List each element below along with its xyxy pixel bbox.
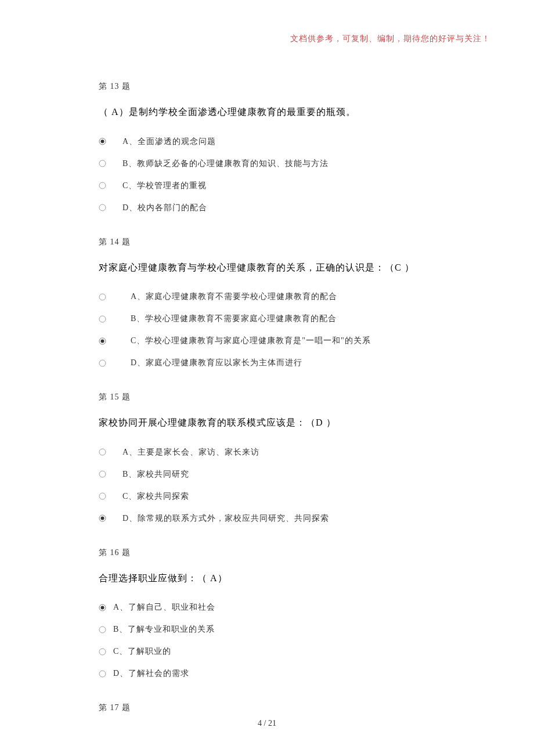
svg-point-10 xyxy=(99,449,106,455)
option-label: D、校内各部门的配合 xyxy=(122,203,207,213)
radio-unselected-icon xyxy=(99,182,106,189)
option-c[interactable]: C、了解职业的 xyxy=(99,645,435,658)
option-label: B、教师缺乏必备的心理健康教育的知识、技能与方法 xyxy=(122,159,329,169)
svg-point-14 xyxy=(101,517,104,520)
option-label: A、主要是家长会、家访、家长来访 xyxy=(122,447,259,458)
option-a[interactable]: A、主要是家长会、家访、家长来访 xyxy=(99,445,435,459)
question-text: 对家庭心理健康教育与学校心理健康教育的关系，正确的认识是：（C ） xyxy=(99,260,435,275)
radio-unselected-icon xyxy=(99,470,106,478)
option-a[interactable]: A、家庭心理健康教育不需要学校心理健康教育的配合 xyxy=(99,290,435,304)
option-label: B、了解专业和职业的关系 xyxy=(113,624,215,635)
question-number: 第 17 题 xyxy=(99,703,435,713)
question-options: A、全面渗透的观念问题 B、教师缺乏必备的心理健康教育的知识、技能与方法 C、学… xyxy=(99,135,435,215)
question-13: 第 13 题 （ A）是制约学校全面渗透心理健康教育的最重要的瓶颈。 A、全面渗… xyxy=(99,81,435,215)
question-options: A、主要是家长会、家访、家长来访 B、家校共同研究 C、家校共同探索 D、除常规… xyxy=(99,445,435,525)
option-c[interactable]: C、学校管理者的重视 xyxy=(99,179,435,193)
option-b[interactable]: B、家校共同研究 xyxy=(99,467,435,481)
option-label: C、家校共同探索 xyxy=(122,491,189,502)
option-label: D、了解社会的需求 xyxy=(113,668,189,679)
option-label: C、学校管理者的重视 xyxy=(122,181,207,191)
question-15: 第 15 题 家校协同开展心理健康教育的联系模式应该是：（D ） A、主要是家长… xyxy=(99,392,435,525)
page-footer: 4 / 21 xyxy=(0,719,534,728)
option-label: C、学校心理健康教育与家庭心理健康教育是"一唱一和"的关系 xyxy=(131,336,371,346)
svg-point-9 xyxy=(99,360,106,366)
option-label: B、家校共同研究 xyxy=(122,469,189,480)
option-label: D、除常规的联系方式外，家校应共同研究、共同探索 xyxy=(122,513,329,524)
option-c[interactable]: C、家校共同探索 xyxy=(99,489,435,503)
option-label: D、家庭心理健康教育应以家长为主体而进行 xyxy=(131,358,302,368)
svg-point-16 xyxy=(101,606,104,609)
radio-unselected-icon xyxy=(99,160,106,167)
svg-point-5 xyxy=(99,294,106,300)
option-a[interactable]: A、了解自己、职业和社会 xyxy=(99,600,435,614)
option-d[interactable]: D、除常规的联系方式外，家校应共同研究、共同探索 xyxy=(99,512,435,525)
option-a[interactable]: A、全面渗透的观念问题 xyxy=(99,135,435,149)
option-label: B、学校心理健康教育不需要家庭心理健康教育的配合 xyxy=(131,314,337,324)
option-d[interactable]: D、家庭心理健康教育应以家长为主体而进行 xyxy=(99,356,435,370)
question-14: 第 14 题 对家庭心理健康教育与学校心理健康教育的关系，正确的认识是：（C ）… xyxy=(99,237,435,370)
option-label: C、了解职业的 xyxy=(113,646,171,657)
svg-point-6 xyxy=(99,316,106,322)
option-c[interactable]: C、学校心理健康教育与家庭心理健康教育是"一唱一和"的关系 xyxy=(99,334,435,348)
question-number: 第 15 题 xyxy=(99,392,435,402)
radio-selected-icon xyxy=(99,604,106,611)
question-17: 第 17 题 xyxy=(99,703,435,713)
question-number: 第 16 题 xyxy=(99,548,435,558)
radio-unselected-icon xyxy=(99,492,106,500)
svg-point-2 xyxy=(99,160,106,167)
question-options: A、了解自己、职业和社会 B、了解专业和职业的关系 C、了解职业的 D、了解社会… xyxy=(99,600,435,681)
radio-unselected-icon xyxy=(99,293,106,301)
option-b[interactable]: B、学校心理健康教育不需要家庭心理健康教育的配合 xyxy=(99,312,435,326)
question-number: 第 14 题 xyxy=(99,237,435,247)
radio-unselected-icon xyxy=(99,315,106,323)
question-16: 第 16 题 合理选择职业应做到：（ A） A、了解自己、职业和社会 B、了解专… xyxy=(99,548,435,681)
radio-unselected-icon xyxy=(99,670,106,678)
svg-point-12 xyxy=(99,493,106,499)
svg-point-8 xyxy=(101,339,104,343)
radio-unselected-icon xyxy=(99,204,106,211)
option-b[interactable]: B、了解专业和职业的关系 xyxy=(99,622,435,636)
svg-point-1 xyxy=(101,140,104,143)
svg-point-19 xyxy=(99,671,106,677)
svg-point-18 xyxy=(99,649,106,655)
svg-point-11 xyxy=(99,471,106,477)
option-label: A、了解自己、职业和社会 xyxy=(113,602,215,613)
option-d[interactable]: D、校内各部门的配合 xyxy=(99,201,435,215)
radio-selected-icon xyxy=(99,337,106,345)
content-area: 第 13 题 （ A）是制约学校全面渗透心理健康教育的最重要的瓶颈。 A、全面渗… xyxy=(0,0,534,713)
radio-unselected-icon xyxy=(99,626,106,633)
header-note: 文档供参考，可复制、编制，期待您的好评与关注！ xyxy=(290,34,490,44)
svg-point-4 xyxy=(99,204,106,211)
question-text: 合理选择职业应做到：（ A） xyxy=(99,571,435,586)
svg-point-3 xyxy=(99,182,106,189)
radio-selected-icon xyxy=(99,138,106,145)
radio-unselected-icon xyxy=(99,648,106,656)
radio-unselected-icon xyxy=(99,448,106,456)
question-text: （ A）是制约学校全面渗透心理健康教育的最重要的瓶颈。 xyxy=(99,105,435,120)
option-label: A、全面渗透的观念问题 xyxy=(122,136,216,147)
question-number: 第 13 题 xyxy=(99,81,435,92)
radio-unselected-icon xyxy=(99,359,106,367)
question-options: A、家庭心理健康教育不需要学校心理健康教育的配合 B、学校心理健康教育不需要家庭… xyxy=(99,290,435,370)
option-label: A、家庭心理健康教育不需要学校心理健康教育的配合 xyxy=(131,291,337,302)
question-text: 家校协同开展心理健康教育的联系模式应该是：（D ） xyxy=(99,415,435,430)
svg-point-17 xyxy=(99,627,106,633)
option-b[interactable]: B、教师缺乏必备的心理健康教育的知识、技能与方法 xyxy=(99,157,435,171)
option-d[interactable]: D、了解社会的需求 xyxy=(99,667,435,681)
radio-selected-icon xyxy=(99,514,106,522)
